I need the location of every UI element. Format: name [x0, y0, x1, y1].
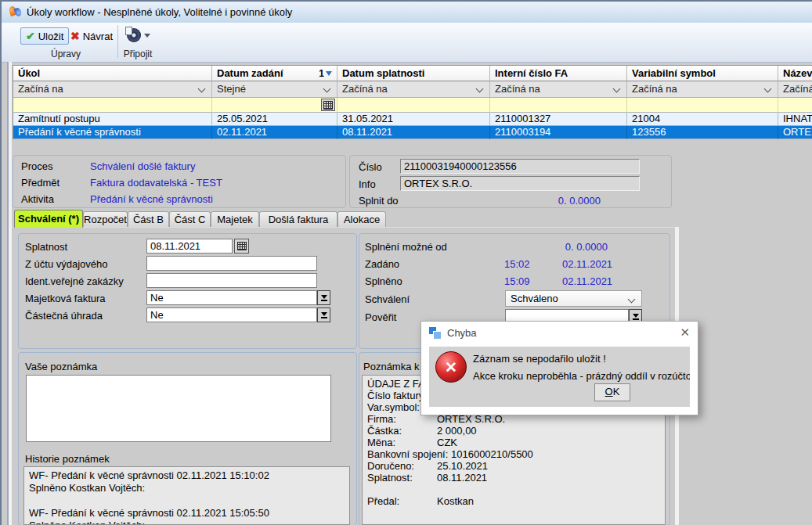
- window-title: Úkoly workflow - Nesplněné úkoly, Volite…: [27, 6, 292, 18]
- z-uctu-field[interactable]: [146, 256, 317, 271]
- filter-select-datum-splatnosti[interactable]: Začíná na: [337, 81, 490, 98]
- history-memo[interactable]: WF- Předání k věcné správnosti 02.11.202…: [23, 466, 350, 525]
- splatnost-label: Splatnost: [25, 241, 67, 253]
- column-header-interni-cislo[interactable]: Interní číslo FA: [490, 66, 627, 81]
- splneni-label: Splnění možné od: [365, 241, 447, 253]
- majetkova-dropdown-button[interactable]: [317, 290, 330, 305]
- poverit-label: Pověřit: [365, 311, 396, 323]
- history-line: WF- Předání k věcné správnosti 02.11.202…: [29, 469, 345, 482]
- info-label: Info: [359, 178, 376, 190]
- column-header-datum-splatnosti[interactable]: Datum splatnosti: [337, 66, 490, 81]
- aktivita-value: Předání k věcné správnosti: [90, 193, 213, 205]
- x-icon: ✖: [70, 30, 80, 42]
- castecna-field[interactable]: Ne: [146, 307, 317, 322]
- column-header-ukol[interactable]: Úkol: [13, 66, 212, 81]
- invoice-line: [367, 484, 660, 495]
- disc-icon: [127, 28, 141, 42]
- app-logo-icon: [9, 5, 22, 18]
- process-info-box: Proces Schválení došlé faktury Předmět F…: [13, 155, 346, 208]
- search-input-variabilni-symbol[interactable]: [627, 98, 778, 113]
- app-window: Úkoly workflow - Nesplněné úkoly, Volite…: [0, 0, 812, 525]
- schvaleni-select[interactable]: Schváleno: [505, 290, 642, 307]
- ok-button[interactable]: OK: [594, 383, 630, 401]
- error-dialog: Chyba ✕ ✕ Záznam se nepodařilo uložit ! …: [420, 321, 698, 415]
- title-bar: Úkoly workflow - Nesplněné úkoly, Volite…: [2, 2, 812, 23]
- number-info-box: Číslo 21100031940000123556 Info ORTEX S.…: [349, 155, 672, 208]
- column-header-nazev[interactable]: Název f: [778, 66, 812, 81]
- vase-poznamka-textarea[interactable]: [26, 375, 331, 442]
- tab-dosla-faktura[interactable]: Došlá faktura: [259, 211, 337, 227]
- arrow-down-icon: [321, 295, 327, 299]
- check-icon: ✔: [26, 30, 35, 42]
- search-input-ukol[interactable]: [13, 98, 212, 113]
- save-button[interactable]: ✔ Uložit: [20, 27, 69, 45]
- search-input-datum-zadani[interactable]: [212, 98, 337, 113]
- task-grid: Úkol Datum zadání 1 Datum splatnosti Int…: [13, 65, 812, 139]
- error-message-line1: Záznam se nepodařilo uložit !: [473, 353, 606, 365]
- sort-indicator: 1: [319, 66, 332, 81]
- search-input-interni-cislo[interactable]: [490, 98, 627, 113]
- toolbar: ✔ Uložit ✖ Návrat Úpravy Připojit: [2, 23, 812, 63]
- back-button[interactable]: ✖ Návrat: [66, 27, 117, 45]
- table-row[interactable]: Zamítnutí postupu 25.05.2021 31.05.2021 …: [13, 113, 812, 126]
- filter-select-nazev[interactable]: Začíná: [778, 81, 812, 98]
- history-line: WF- Předání k věcné správnosti 02.11.202…: [29, 507, 345, 520]
- dialog-body: ✕ Záznam se nepodařilo uložit ! Akce kro…: [429, 347, 690, 407]
- majetkova-label: Majetková faktura: [25, 293, 106, 304]
- filter-select-interni-cislo[interactable]: Začíná na: [490, 81, 627, 98]
- splnit-do-value: 0. 0.0000: [522, 195, 601, 207]
- historie-label: Historie poznámek: [25, 453, 110, 465]
- poznamka-k-label: Poznámka k: [363, 361, 420, 372]
- splneni-value: 0. 0.0000: [540, 241, 608, 253]
- invoice-line: Doručeno:25.10.2021: [367, 460, 660, 472]
- close-button[interactable]: ✕: [680, 325, 690, 340]
- save-button-label: Uložit: [38, 31, 64, 42]
- error-icon: ✕: [435, 351, 467, 383]
- invoice-line: Předal:Kostkan: [367, 495, 660, 507]
- splneno-time: 15:09: [504, 275, 530, 287]
- tab-alokace[interactable]: Alokace: [337, 211, 386, 227]
- filter-select-datum-zadani[interactable]: Stejné: [212, 81, 337, 98]
- table-row-selected[interactable]: Předání k věcné správnosti 02.11.2021 08…: [13, 126, 812, 139]
- chevron-down-icon: [323, 85, 331, 93]
- cislo-field[interactable]: 21100031940000123556: [400, 159, 640, 174]
- filter-select-variabilni-symbol[interactable]: Začíná na: [627, 81, 778, 98]
- ident-field[interactable]: [146, 273, 317, 288]
- proces-label: Proces: [21, 160, 52, 172]
- column-header-datum-zadani[interactable]: Datum zadání 1: [212, 66, 337, 81]
- proces-value: Schválení došlé faktury: [90, 160, 195, 172]
- search-input-datum-splatnosti[interactable]: [337, 98, 490, 113]
- zadano-date: 02.11.2021: [562, 258, 612, 270]
- filter-select-ukol[interactable]: Začíná na: [13, 81, 212, 98]
- zadano-label: Zadáno: [365, 258, 399, 270]
- majetkova-field[interactable]: Ne: [146, 290, 317, 305]
- tab-schvaleni[interactable]: Schválení (*): [14, 210, 83, 228]
- predmet-value: Faktura dodavatelská - TEST: [90, 177, 222, 189]
- calendar-button[interactable]: [321, 99, 335, 111]
- tab-cast-b[interactable]: Část B: [128, 211, 169, 227]
- tab-rozpocet[interactable]: Rozpočet: [83, 211, 128, 227]
- attach-button[interactable]: [122, 27, 155, 44]
- attach-group-label: Připojit: [114, 49, 161, 59]
- arrow-down-icon: [633, 314, 639, 318]
- chevron-down-icon: [476, 85, 484, 93]
- schvaleni-label: Schválení: [365, 293, 410, 305]
- search-input-nazev[interactable]: [778, 98, 812, 113]
- invoice-line: Splatnost:08.11.2021: [367, 472, 660, 484]
- castecna-dropdown-button[interactable]: [317, 307, 330, 322]
- left-panel-edge-highlight: [9, 62, 12, 525]
- splatnost-field[interactable]: 08.11.2021: [146, 239, 233, 254]
- chevron-down-icon: [613, 85, 621, 93]
- grid-search-row: [13, 98, 812, 113]
- back-button-label: Návrat: [83, 31, 113, 42]
- vase-poznamka-label: Vaše poznámka: [25, 361, 97, 372]
- column-header-variabilni-symbol[interactable]: Variabilní symbol: [627, 66, 778, 81]
- chevron-down-icon: [764, 85, 772, 93]
- tab-majetek[interactable]: Majetek: [211, 211, 259, 227]
- tab-cast-c[interactable]: Část C: [169, 211, 211, 227]
- chevron-down-icon: [628, 296, 636, 304]
- castecna-label: Částečná úhrada: [25, 310, 103, 322]
- info-field[interactable]: ORTEX S.R.O.: [400, 176, 640, 191]
- calendar-button[interactable]: [234, 239, 249, 254]
- splneno-date: 02.11.2021: [562, 275, 612, 287]
